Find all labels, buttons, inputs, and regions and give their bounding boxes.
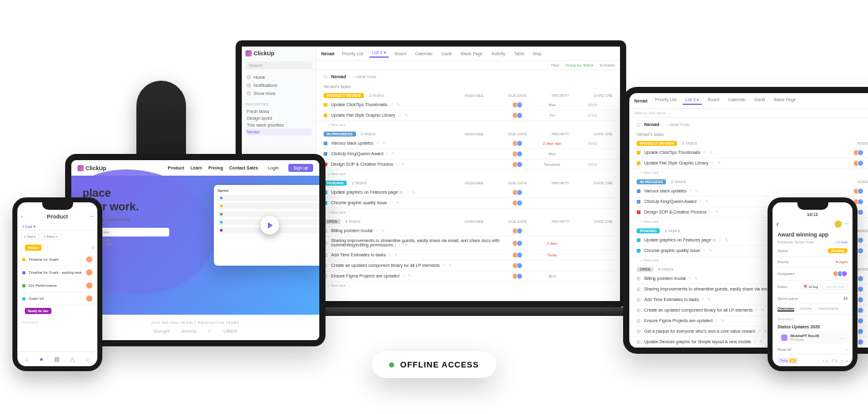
view-tab[interactable]: Priority List: [339, 49, 366, 58]
grid-icon[interactable]: ▦: [54, 356, 60, 362]
back-icon[interactable]: ‹: [21, 215, 22, 219]
nav-link[interactable]: Learn: [190, 166, 202, 170]
task-row[interactable]: Update ClickTips Thumbnails⚐✎: [629, 148, 868, 158]
status-badge-review[interactable]: Review: [25, 245, 42, 251]
task-item[interactable]: Timeline for Goals: [17, 253, 97, 266]
priority-field[interactable]: Priority⚑ Urgent: [773, 257, 852, 268]
task-row[interactable]: Update Flat Style Graphic Library⚐✎Fri17…: [316, 110, 620, 121]
section-header[interactable]: OPEN8 TASKSASSIGNEEDUE DATEPRIORITYDATE …: [316, 216, 620, 226]
view-tab[interactable]: Calendar: [412, 49, 435, 58]
section-header[interactable]: IN PROGRESS5 TASKSASSIGNEEDUE DATEPRIORI…: [316, 128, 620, 138]
brand-logo[interactable]: ClickUp: [246, 50, 312, 56]
task-row[interactable]: Update graphics on Features page 10⚐✎: [316, 187, 620, 198]
tab[interactable]: Overview: [777, 307, 794, 312]
favorite-item[interactable]: This week priorities: [246, 122, 312, 128]
todo-chip[interactable]: Todo 56: [777, 358, 799, 364]
view-tab[interactable]: Board: [706, 96, 722, 105]
view-tab[interactable]: Gantt: [752, 96, 768, 105]
status-field[interactable]: StatusPending: [773, 245, 852, 257]
view-tab[interactable]: Priority List: [652, 96, 679, 105]
signup-button[interactable]: Sign up: [288, 164, 313, 172]
play-icon[interactable]: [260, 216, 279, 235]
brand-logo[interactable]: ClickUp: [78, 165, 107, 171]
dates-field[interactable]: Dates📅 12 AugAdd due date: [773, 281, 852, 294]
favorite-item[interactable]: Design sprint: [246, 115, 312, 122]
task-item[interactable]: Timeline for Goals - epicbig task: [17, 266, 97, 279]
logo-icon: [78, 165, 84, 171]
search-input[interactable]: Search: [246, 61, 312, 70]
tab[interactable]: Activity: [800, 307, 812, 312]
status-badge-ready[interactable]: Ready for dev: [25, 308, 51, 314]
home-icon[interactable]: ⌂: [25, 356, 29, 362]
filter-chip[interactable]: ≡ Status ×: [41, 233, 61, 240]
new-task[interactable]: + New task: [629, 169, 868, 176]
task-row[interactable]: Ensure Figma Projects are updated⚐✎30 A: [316, 271, 620, 282]
points-field[interactable]: Sprint points24: [773, 294, 852, 304]
back-icon[interactable]: ‹: [776, 220, 779, 228]
read-all[interactable]: Read all›: [773, 345, 852, 354]
task-row[interactable]: Billing problem modal⚐✎: [316, 226, 620, 236]
view-tab[interactable]: List 3 ▾: [370, 49, 389, 58]
favorite-item[interactable]: Nenad: [246, 128, 312, 135]
view-tab[interactable]: Map: [531, 49, 544, 58]
stat-icon[interactable]: ◫ 4: [841, 359, 848, 363]
view-tab[interactable]: Table: [512, 49, 527, 58]
breadcrumb[interactable]: Nenad: [321, 52, 334, 56]
view-tab[interactable]: Activity: [489, 49, 508, 58]
filter-input[interactable]: Filter by task name...: [629, 109, 868, 118]
assignees-field[interactable]: Assignees: [773, 268, 852, 281]
nav-item[interactable]: Notifications: [246, 81, 312, 89]
task-row[interactable]: Update ClickTips Thumbnails⚐✎Mon22/10: [316, 100, 620, 110]
more-icon[interactable]: ⋯: [844, 222, 849, 227]
filter-chip[interactable]: ≡ Status: [21, 233, 39, 240]
login-link[interactable]: Login: [263, 164, 283, 172]
space-title[interactable]: Nenad+ NEW TASK: [316, 70, 620, 83]
task-row[interactable]: Sharing improvements to streamline guest…: [316, 236, 620, 250]
space-title[interactable]: Nenad+ NEW TASK: [629, 118, 868, 131]
tab[interactable]: Attachments: [818, 307, 839, 312]
nav-link[interactable]: Product: [168, 166, 184, 170]
more-icon[interactable]: ⋯: [89, 214, 94, 219]
section-header[interactable]: PENDING2 TASKSASSIGNEEDUE DATEPRIORITYDA…: [316, 178, 620, 187]
view-tab[interactable]: Blank Page: [458, 49, 485, 58]
view-tab[interactable]: Gantt: [439, 49, 454, 58]
nav-item[interactable]: Home: [246, 73, 312, 81]
task-row[interactable]: Add Time Estimates to tasks⚐✎Today: [316, 250, 620, 261]
groupby-button[interactable]: Group by: Status: [565, 63, 593, 67]
view-tab[interactable]: Calendar: [725, 96, 748, 105]
task-row[interactable]: Various slack updates⚐✎: [629, 186, 868, 197]
stat-icon[interactable]: ⎘ 3: [831, 359, 837, 363]
view-tab[interactable]: Blank Page: [771, 96, 799, 105]
view-selector[interactable]: ≡ List ▾: [17, 222, 97, 231]
subtasks-button[interactable]: Subtasks: [600, 63, 615, 67]
task-row[interactable]: ClickUp King/Queen Award⚐✎Mon: [316, 149, 620, 160]
avatar[interactable]: [835, 220, 842, 228]
task-row[interactable]: Chrome graphic quality issue⚐✎: [316, 198, 620, 209]
new-task[interactable]: + New task: [316, 170, 620, 178]
section-header[interactable]: IN PROGESS5 TASKSASSIGNEE: [629, 176, 868, 186]
stat-icon[interactable]: ↗ 2: [822, 359, 828, 363]
task-row[interactable]: Update Flat Style Graphic Library⚐✎: [629, 158, 868, 169]
breadcrumb[interactable]: Nenad: [634, 99, 647, 103]
view-tab[interactable]: Board: [392, 49, 409, 58]
task-item[interactable]: Goals V2: [17, 292, 97, 305]
section-header[interactable]: PRODUCT REVIEW2 TASKSASSIGNEEDUE DATEPRI…: [316, 90, 620, 100]
nav-link[interactable]: Contact Sales: [229, 166, 258, 170]
section-header[interactable]: PRODUCT REVIEW2 TASKSASSIGNEE: [629, 138, 868, 148]
new-task[interactable]: + New task: [316, 282, 620, 289]
nav-item[interactable]: Show more: [246, 89, 312, 97]
filter-button[interactable]: Filter: [551, 63, 559, 67]
nav-link[interactable]: Pricing: [208, 166, 223, 170]
attachment-card[interactable]: MobilePT Nov20Prototype⋯: [777, 331, 848, 344]
favorite-item[interactable]: Fresh tasks: [246, 108, 312, 115]
bell-icon[interactable]: △: [70, 356, 75, 362]
new-task[interactable]: + New task: [316, 209, 620, 216]
new-task[interactable]: + New task: [316, 121, 620, 128]
task-row[interactable]: Design SOP & Creative Process⚐✎Tomorrow1…: [316, 160, 620, 170]
app-nav-icon[interactable]: ●: [40, 356, 43, 362]
view-tab[interactable]: List 3 ▾: [683, 96, 702, 105]
task-row[interactable]: Various slack updates⚐✎2 days ago10/12: [316, 138, 620, 149]
task-row[interactable]: Create an updated component library for …: [316, 261, 620, 271]
task-item[interactable]: 10x Performance: [17, 279, 97, 292]
search-icon[interactable]: ⌕: [86, 356, 89, 362]
